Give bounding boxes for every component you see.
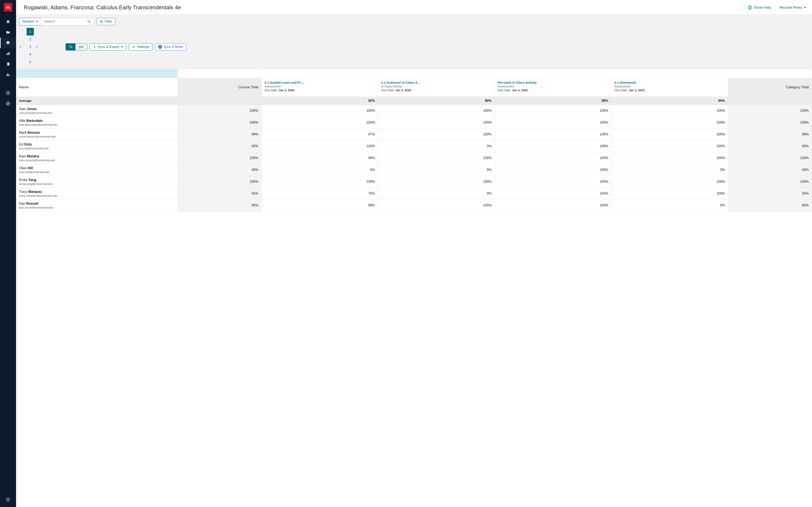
search-field[interactable] <box>41 18 94 25</box>
score-cell[interactable]: 97% <box>261 128 378 140</box>
score-cell[interactable]: 100% <box>612 117 728 128</box>
nav-library[interactable] <box>0 59 16 69</box>
nav-analytics[interactable] <box>0 48 16 59</box>
page-prev[interactable] <box>19 45 26 48</box>
category-total-cell[interactable]: 60% <box>728 140 812 152</box>
nav-people[interactable] <box>0 69 16 80</box>
score-cell[interactable]: 0% <box>378 164 495 176</box>
score-cell[interactable]: 100% <box>261 176 378 187</box>
score-cell[interactable]: 100% <box>261 105 378 117</box>
score-cell[interactable]: 100% <box>495 187 612 200</box>
col-assignment[interactable]: 2.1 Guided Learn and Pr…AssessmentDue Da… <box>261 78 378 97</box>
score-cell[interactable]: 100% <box>612 187 728 200</box>
mode-points[interactable]: pts <box>75 44 87 50</box>
nav-folder[interactable] <box>0 27 16 38</box>
page-number[interactable]: 3 <box>27 43 34 51</box>
student-name-cell[interactable]: Allie Barksdaleallie.barksdale@universit… <box>16 117 177 128</box>
student-row[interactable]: Sam Jonessam.jones@university.edu100%100… <box>16 105 812 117</box>
score-cell[interactable]: 100% <box>612 176 728 187</box>
course-total-cell[interactable]: 60% <box>177 140 261 152</box>
score-cell[interactable]: 0% <box>378 140 495 152</box>
course-total-cell[interactable]: 100% <box>177 152 261 164</box>
score-cell[interactable]: 100% <box>495 105 612 117</box>
nav-gradebook[interactable] <box>0 38 16 48</box>
category-total-cell[interactable]: 100% <box>728 105 812 117</box>
student-name-cell[interactable]: Olive Hillolive.hill@university.edu <box>16 164 177 176</box>
show-help-button[interactable]: Show Help <box>748 5 776 10</box>
score-cell[interactable]: 0% <box>261 164 378 176</box>
score-cell[interactable]: 100% <box>612 128 728 140</box>
page-number[interactable]: 2 <box>27 36 34 43</box>
student-row[interactable]: Olive Hillolive.hill@university.edu40%0%… <box>16 164 812 176</box>
score-cell[interactable]: 100% <box>261 117 378 128</box>
score-cell[interactable]: 100% <box>495 200 612 211</box>
score-cell[interactable]: 100% <box>612 140 728 152</box>
page-number[interactable]: 4 <box>27 51 34 58</box>
student-name-cell[interactable]: Dan Russelldan.russell@university.edu <box>16 200 177 211</box>
score-cell[interactable]: 100% <box>495 176 612 187</box>
score-cell[interactable]: 100% <box>495 128 612 140</box>
settings-button[interactable]: Settings <box>129 43 152 51</box>
page-number[interactable]: 5 <box>27 58 34 66</box>
nav-swap[interactable] <box>0 98 16 109</box>
score-cell[interactable]: 100% <box>378 176 495 187</box>
page-number[interactable]: 1 <box>27 28 34 36</box>
score-cell[interactable]: 100% <box>495 117 612 128</box>
score-cell[interactable]: 100% <box>495 152 612 164</box>
assignment-title[interactable]: 2.1 Instructor In-Class A… <box>381 81 492 84</box>
student-row[interactable]: Kara Murphykara.murphy@university.edu100… <box>16 152 812 164</box>
score-cell[interactable]: 100% <box>378 200 495 211</box>
nav-add[interactable] <box>0 88 16 98</box>
student-name-cell[interactable]: Tracy Marqueztracy.marquez@university.ed… <box>16 187 177 200</box>
score-cell[interactable]: 100% <box>378 128 495 140</box>
student-row[interactable]: Mark Bensonmark.benson@university.edu99%… <box>16 128 812 140</box>
nav-home[interactable] <box>0 16 16 27</box>
assignment-title[interactable]: Pre-work In Class Activity <box>498 81 608 84</box>
sync-iclicker-button[interactable]: ⇄ Sync iClicker <box>155 43 186 51</box>
category-total-cell[interactable]: 100% <box>728 176 812 187</box>
score-cell[interactable]: 99% <box>261 152 378 164</box>
score-cell[interactable]: 100% <box>261 140 378 152</box>
user-menu[interactable]: Michael Perez <box>779 5 806 10</box>
score-cell[interactable]: 0% <box>612 200 728 211</box>
category-total-cell[interactable]: 55% <box>728 187 812 200</box>
student-name-cell[interactable]: Emily Yangemily.yang@university.edu <box>16 176 177 187</box>
score-cell[interactable]: 0% <box>378 187 495 200</box>
mode-percent[interactable]: % <box>66 44 75 50</box>
col-assignment[interactable]: Pre-work In Class ActivityAssessmentDue … <box>495 78 612 97</box>
course-total-cell[interactable]: 60% <box>177 200 261 211</box>
student-name-cell[interactable]: Mark Bensonmark.benson@university.edu <box>16 128 177 140</box>
assignment-title[interactable]: 2.1 Guided Learn and Pr… <box>264 81 375 84</box>
col-name[interactable]: Name <box>16 78 177 97</box>
category-total-cell[interactable]: 99% <box>728 128 812 140</box>
score-cell[interactable]: 100% <box>378 152 495 164</box>
score-cell[interactable]: 100% <box>378 105 495 117</box>
course-total-cell[interactable]: 100% <box>177 105 261 117</box>
score-cell[interactable]: 100% <box>495 140 612 152</box>
student-row[interactable]: Tracy Marqueztracy.marquez@university.ed… <box>16 187 812 200</box>
student-dropdown[interactable]: Student <box>19 18 41 25</box>
course-total-cell[interactable]: 100% <box>177 117 261 128</box>
category-total-cell[interactable]: 40% <box>728 164 812 176</box>
category-total-cell[interactable]: 100% <box>728 152 812 164</box>
score-cell[interactable]: 100% <box>612 152 728 164</box>
score-cell[interactable]: 100% <box>378 117 495 128</box>
score-cell[interactable]: 75% <box>261 187 378 200</box>
score-cell[interactable]: 100% <box>495 164 612 176</box>
category-total-cell[interactable]: 60% <box>728 200 812 211</box>
brand-logo[interactable] <box>4 3 12 11</box>
col-course-total[interactable]: Course Total <box>177 78 261 97</box>
category-total-cell[interactable]: 100% <box>728 117 812 128</box>
col-assignment[interactable]: 2.1 HomeworkAssessmentDue Date: Jan 3, 2… <box>612 78 728 97</box>
student-name-cell[interactable]: Sam Jonessam.jones@university.edu <box>16 105 177 117</box>
col-category-total[interactable]: Category Total <box>728 78 812 97</box>
student-row[interactable]: Allie Barksdaleallie.barksdale@universit… <box>16 117 812 128</box>
score-cell[interactable]: 0% <box>612 164 728 176</box>
student-row[interactable]: Emily Yangemily.yang@university.edu100%1… <box>16 176 812 187</box>
score-cell[interactable]: 100% <box>612 105 728 117</box>
search-input[interactable] <box>44 19 87 24</box>
col-assignment[interactable]: 2.1 Instructor In-Class A…In-Class Activ… <box>378 78 495 97</box>
score-cell[interactable]: 99% <box>261 200 378 211</box>
gradebook-table-wrap[interactable]: Name Course Total 2.1 Guided Learn and P… <box>16 69 812 507</box>
filter-button[interactable]: Filter <box>96 18 115 25</box>
